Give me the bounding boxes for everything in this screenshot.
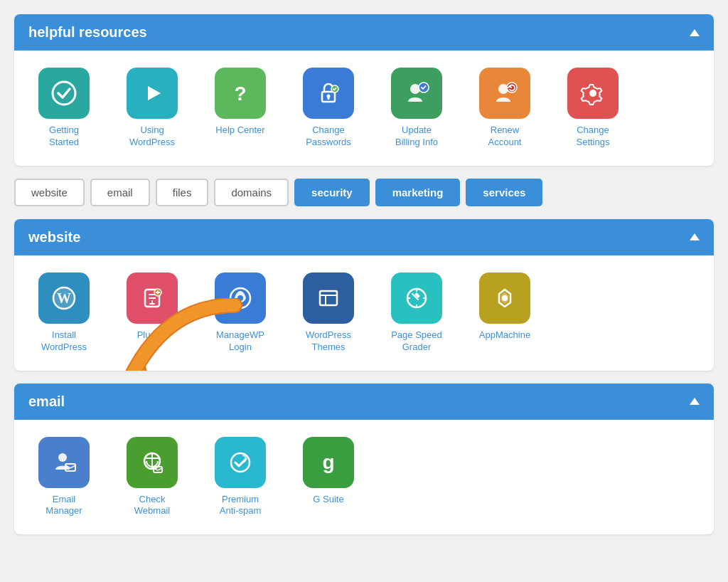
resource-appmachine[interactable]: AppMachine bbox=[469, 273, 540, 354]
wp-themes-label: WordPressThemes bbox=[306, 329, 351, 354]
tab-marketing[interactable]: marketing bbox=[375, 179, 461, 206]
website-header: website bbox=[14, 219, 714, 255]
managewp-label: ManageWPLogin bbox=[216, 329, 264, 354]
resource-getting-started[interactable]: GettingStarted bbox=[28, 68, 100, 149]
resource-wp-themes[interactable]: WordPressThemes bbox=[293, 273, 364, 354]
plugins-label: Plugins bbox=[137, 329, 168, 342]
email-manager-icon bbox=[38, 437, 90, 488]
change-passwords-icon bbox=[303, 68, 354, 119]
svg-point-11 bbox=[589, 90, 596, 97]
install-wordpress-label: InstallWordPress bbox=[41, 329, 87, 354]
appmachine-icon bbox=[479, 273, 530, 324]
using-wordpress-icon bbox=[127, 68, 178, 119]
gsuite-label: G Suite bbox=[313, 494, 343, 506]
resource-change-passwords[interactable]: ChangePasswords bbox=[293, 68, 364, 149]
resource-premium-antispam[interactable]: PremiumAnti-spam bbox=[205, 437, 276, 518]
svg-point-37 bbox=[231, 453, 250, 472]
getting-started-icon bbox=[38, 68, 90, 119]
svg-marker-14 bbox=[117, 369, 151, 371]
page-speed-grader-label: Page SpeedGrader bbox=[391, 329, 442, 354]
resource-renew-account[interactable]: RenewAccount bbox=[469, 68, 540, 149]
svg-point-0 bbox=[53, 82, 75, 105]
resource-plugins[interactable]: Plugins bbox=[117, 273, 188, 354]
svg-marker-13 bbox=[114, 366, 153, 371]
gsuite-icon: g bbox=[303, 437, 354, 488]
tab-domains[interactable]: domains bbox=[214, 179, 289, 206]
change-passwords-label: ChangePasswords bbox=[306, 125, 351, 149]
premium-antispam-icon bbox=[215, 437, 266, 488]
website-body: W InstallWordPress bbox=[14, 255, 714, 371]
filter-tabs: website email files domains security mar… bbox=[14, 179, 714, 206]
resource-change-settings[interactable]: ChangeSettings bbox=[557, 68, 628, 149]
renew-account-label: RenewAccount bbox=[488, 125, 522, 149]
helpful-resources-panel: helpful resources GettingStarted bbox=[14, 14, 714, 166]
website-collapse-arrow-icon[interactable] bbox=[690, 233, 700, 240]
wp-themes-icon bbox=[303, 273, 354, 324]
help-center-label: Help Center bbox=[215, 125, 264, 137]
resource-install-wordpress[interactable]: W InstallWordPress bbox=[28, 273, 100, 354]
svg-marker-1 bbox=[148, 86, 161, 100]
email-header: email bbox=[14, 383, 714, 420]
tab-security[interactable]: security bbox=[294, 179, 370, 206]
main-container: helpful resources GettingStarted bbox=[14, 14, 714, 534]
email-panel: email EmailManager bbox=[14, 383, 714, 535]
helpful-resources-body: GettingStarted UsingWordPress ? Hel bbox=[14, 51, 714, 166]
tab-services[interactable]: services bbox=[466, 179, 542, 206]
tab-website[interactable]: website bbox=[14, 179, 85, 206]
resource-managewp-login[interactable]: ManageWPLogin bbox=[205, 273, 276, 354]
email-manager-label: EmailManager bbox=[46, 494, 82, 518]
svg-text:g: g bbox=[322, 451, 334, 473]
update-billing-label: UpdateBilling Info bbox=[395, 125, 438, 149]
svg-point-25 bbox=[237, 295, 243, 301]
svg-rect-5 bbox=[328, 97, 330, 100]
change-settings-label: ChangeSettings bbox=[577, 125, 610, 149]
tab-email[interactable]: email bbox=[90, 179, 150, 206]
email-title: email bbox=[28, 393, 65, 410]
appmachine-label: AppMachine bbox=[479, 329, 530, 342]
resource-help-center[interactable]: ? Help Center bbox=[205, 68, 276, 149]
website-title: website bbox=[28, 229, 80, 245]
update-billing-icon bbox=[391, 68, 442, 119]
resource-update-billing[interactable]: UpdateBilling Info bbox=[381, 68, 452, 149]
tab-files[interactable]: files bbox=[156, 179, 209, 206]
website-panel: website bbox=[14, 219, 714, 371]
email-collapse-arrow-icon[interactable] bbox=[690, 398, 700, 405]
svg-point-30 bbox=[502, 295, 508, 301]
svg-text:W: W bbox=[57, 290, 71, 306]
check-webmail-label: CheckWebmail bbox=[134, 494, 170, 518]
help-center-icon: ? bbox=[215, 68, 266, 119]
svg-point-31 bbox=[58, 453, 67, 462]
renew-account-icon bbox=[479, 68, 530, 119]
resource-check-webmail[interactable]: CheckWebmail bbox=[117, 437, 188, 518]
resource-page-speed-grader[interactable]: Page SpeedGrader bbox=[381, 273, 452, 354]
resource-email-manager[interactable]: EmailManager bbox=[28, 437, 100, 518]
check-webmail-icon bbox=[127, 437, 178, 488]
helpful-resources-title: helpful resources bbox=[28, 24, 147, 41]
plugins-icon bbox=[127, 273, 178, 324]
using-wordpress-label: UsingWordPress bbox=[129, 125, 175, 149]
svg-rect-26 bbox=[320, 291, 337, 305]
premium-antispam-label: PremiumAnti-spam bbox=[220, 494, 262, 518]
helpful-resources-header: helpful resources bbox=[14, 14, 714, 51]
resource-using-wordpress[interactable]: UsingWordPress bbox=[117, 68, 188, 149]
collapse-arrow-icon[interactable] bbox=[690, 29, 700, 36]
managewp-icon bbox=[215, 273, 266, 324]
page-speed-grader-icon bbox=[391, 273, 442, 324]
email-body: EmailManager CheckWebmail bbox=[14, 420, 714, 535]
install-wordpress-icon: W bbox=[38, 273, 90, 324]
svg-text:?: ? bbox=[234, 83, 246, 105]
getting-started-label: GettingStarted bbox=[49, 125, 79, 149]
resource-gsuite[interactable]: g G Suite bbox=[293, 437, 364, 518]
change-settings-icon bbox=[567, 68, 619, 119]
